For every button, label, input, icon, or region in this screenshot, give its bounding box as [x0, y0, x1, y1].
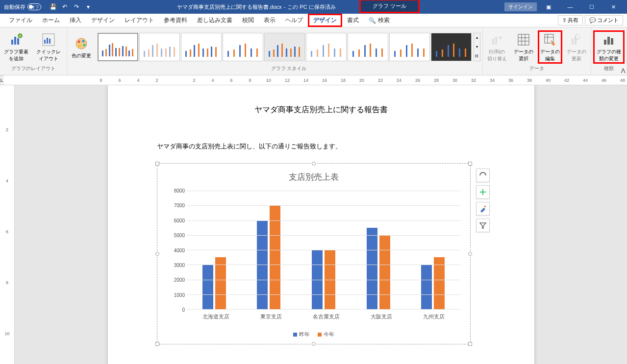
bar[interactable] — [379, 235, 390, 309]
chart-style-6[interactable] — [306, 33, 347, 61]
tab-file[interactable]: ファイル — [4, 14, 37, 26]
resize-handle-ml[interactable] — [155, 252, 159, 256]
tab-format[interactable]: 書式 — [342, 14, 364, 26]
page-background[interactable]: ヤマダ商事支店別売上に関する報告書 ヤマダ商事の支店別売上表に関し、以下の通りご… — [15, 85, 627, 364]
chart-y-axis[interactable]: 010002000300040005000600070008000 — [167, 191, 187, 310]
minimize-icon[interactable]: — — [560, 0, 580, 14]
resize-handle-bl[interactable] — [155, 342, 159, 346]
comments-button[interactable]: 💬コメント — [585, 15, 623, 25]
change-colors-button[interactable]: 色の変更 — [69, 35, 94, 60]
svg-point-9 — [76, 38, 87, 49]
tab-layout[interactable]: レイアウト — [120, 14, 159, 26]
ribbon-group-colors: 色の変更 — [67, 27, 96, 75]
change-chart-type-button[interactable]: グラフの種類の変更 — [593, 30, 625, 64]
legend-item[interactable]: 昨年 — [293, 331, 310, 338]
ruler-vertical[interactable]: 24681012141618 — [0, 85, 15, 364]
chart-elements-button[interactable] — [476, 185, 490, 199]
collapse-ribbon-icon[interactable]: ⋀ — [621, 68, 625, 73]
tab-search[interactable]: 🔍検索 — [364, 14, 395, 26]
chart-x-labels[interactable]: 北海道支店東京支店名古屋支店大阪支店九州支店 — [187, 313, 460, 320]
gallery-more-icon: ⊟ — [475, 54, 478, 58]
chart-context-buttons — [476, 169, 490, 232]
tab-review[interactable]: 校閲 — [237, 14, 259, 26]
quick-layout-button[interactable]: クイックレイアウト — [33, 31, 65, 63]
layout-options-button[interactable] — [476, 169, 490, 182]
page[interactable]: ヤマダ商事支店別売上に関する報告書 ヤマダ商事の支店別売上表に関し、以下の通りご… — [108, 85, 534, 364]
tab-design[interactable]: デザイン — [86, 14, 120, 26]
chart-plot-area[interactable]: 010002000300040005000600070008000 北海道支店東… — [187, 191, 460, 310]
tab-view[interactable]: 表示 — [259, 14, 280, 26]
document-area: 24681012141618 ヤマダ商事支店別売上に関する報告書 ヤマダ商事の支… — [0, 85, 627, 364]
tab-mailings[interactable]: 差し込み文書 — [192, 14, 237, 26]
signin-button[interactable]: サインイン — [504, 2, 537, 11]
autosave-toggle[interactable]: 自動保存 オフ — [0, 3, 45, 11]
close-icon[interactable]: ✕ — [603, 0, 623, 14]
chart-style-7[interactable] — [348, 33, 388, 61]
bar[interactable] — [367, 228, 377, 309]
qat-dropdown-icon[interactable]: ▾ — [84, 3, 92, 11]
gallery-more-button[interactable]: ▴▾⊟ — [474, 33, 480, 61]
chart-style-5[interactable] — [264, 33, 305, 61]
refresh-data-button[interactable]: データの更新 — [564, 31, 589, 63]
edit-data-button[interactable]: データの編集 — [538, 30, 562, 64]
add-chart-element-button[interactable]: + グラフ要素を追加 — [2, 31, 31, 63]
switch-row-col-button[interactable]: 行/列の切り替え — [485, 31, 509, 63]
chart-title[interactable]: 支店別売上表 — [157, 164, 470, 187]
share-icon: ⇪ — [562, 17, 567, 24]
resize-handle-br[interactable] — [468, 342, 472, 346]
chart-style-1[interactable] — [98, 33, 138, 61]
ribbon-display-icon[interactable]: ▣ — [539, 0, 558, 14]
select-data-button[interactable]: データの選択 — [511, 31, 536, 63]
gallery-down-icon: ▾ — [476, 45, 478, 49]
redo-icon[interactable]: ↷ — [73, 3, 80, 11]
chart-style-3[interactable] — [181, 33, 222, 61]
chart-style-2[interactable] — [139, 33, 180, 61]
svg-rect-28 — [611, 38, 613, 45]
document-body-text[interactable]: ヤマダ商事の支店別売上表に関し、以下の通りご報告致します。 — [157, 142, 485, 151]
share-button[interactable]: ⇪共有 — [558, 15, 583, 25]
chart-legend[interactable]: 昨年今年 — [157, 331, 470, 338]
chart-style-8[interactable] — [389, 33, 430, 61]
chart-style-9[interactable] — [431, 33, 472, 61]
quick-layout-icon — [41, 32, 56, 48]
undo-icon[interactable]: ↶ — [61, 3, 69, 11]
y-tick: 7000 — [174, 203, 185, 208]
resize-handle-tl[interactable] — [155, 162, 159, 166]
ruler-horizontal[interactable]: 8642246810121416182022242628303234363840… — [3, 75, 627, 85]
select-data-label: データの選択 — [513, 49, 534, 62]
group-data-label: データ — [485, 64, 589, 73]
y-tick: 6000 — [174, 218, 185, 223]
bar[interactable] — [202, 265, 213, 309]
y-tick: 2000 — [174, 277, 185, 283]
switch-label: 行/列の切り替え — [487, 49, 507, 62]
resize-handle-bm[interactable] — [312, 342, 316, 346]
ribbon: + グラフ要素を追加 クイックレイアウト グラフのレイアウト 色の変更 — [0, 27, 627, 75]
x-label: 北海道支店 — [202, 313, 229, 320]
chart-styles-button[interactable] — [476, 202, 490, 216]
maximize-icon[interactable]: ☐ — [582, 0, 602, 14]
window-title: ヤマダ商事支店別売上に関する報告書.docx - この PC に保存済み グラフ… — [96, 0, 501, 14]
tab-help[interactable]: ヘルプ — [280, 14, 308, 26]
resize-handle-tm[interactable] — [312, 162, 316, 166]
x-label: 九州支店 — [423, 313, 445, 320]
legend-item[interactable]: 今年 — [318, 331, 334, 338]
tab-home[interactable]: ホーム — [37, 14, 65, 26]
save-icon[interactable]: 💾 — [49, 3, 57, 11]
bar[interactable] — [270, 205, 280, 309]
ribbon-group-layout: + グラフ要素を追加 クイックレイアウト グラフのレイアウト — [0, 27, 67, 75]
embedded-chart[interactable]: 支店別売上表 010002000300040005000600070008000… — [157, 163, 471, 344]
chart-filters-button[interactable] — [476, 218, 490, 232]
bar[interactable] — [421, 265, 432, 309]
chart-tools-context-tab: グラフ ツール — [359, 0, 420, 13]
svg-rect-2 — [17, 38, 19, 45]
add-element-icon: + — [8, 32, 24, 48]
chart-style-gallery[interactable] — [98, 33, 472, 61]
toggle-switch[interactable]: オフ — [27, 3, 41, 10]
chart-style-4[interactable] — [223, 33, 263, 61]
tab-insert[interactable]: 挿入 — [65, 14, 86, 26]
tab-references[interactable]: 参考資料 — [159, 14, 192, 26]
resize-handle-tr[interactable] — [468, 162, 472, 166]
tab-chart-design[interactable]: デザイン — [308, 14, 342, 27]
document-title[interactable]: ヤマダ商事支店別売上に関する報告書 — [157, 105, 485, 115]
resize-handle-mr[interactable] — [468, 252, 472, 256]
